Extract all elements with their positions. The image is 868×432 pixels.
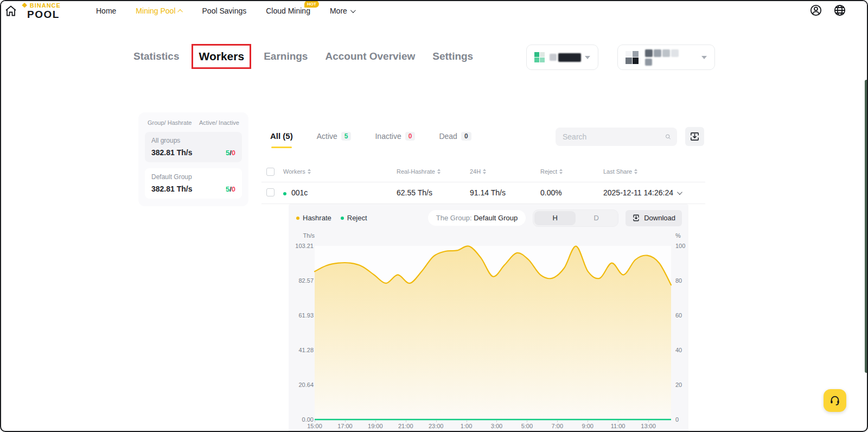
last-share-cell[interactable]: 2025-12-11 14:26:24 <box>603 188 681 197</box>
online-status-dot <box>283 192 286 195</box>
active-col-header: Active/ Inactive <box>199 119 239 126</box>
time-range-toggle: H D <box>533 209 618 227</box>
export-workers-button[interactable] <box>685 127 704 146</box>
table-divider <box>261 182 705 182</box>
group-hashrate: 382.81 Th/s <box>151 185 193 193</box>
sort-icon <box>437 169 441 174</box>
legend-hashrate[interactable]: Hashrate <box>296 214 331 222</box>
x-axis-tick-mark <box>345 420 346 422</box>
main-nav: Home Mining Pool Pool Savings Cloud Mini… <box>96 1 354 21</box>
filter-tab-active[interactable]: Active5 <box>317 132 352 141</box>
reject-cell: 0.00% <box>540 188 562 197</box>
customer-support-button[interactable] <box>824 389 846 412</box>
x-axis-tick: 21:00 <box>398 423 413 429</box>
logo-text-binance: BINANCE <box>30 3 61 9</box>
dropdown-caret-icon <box>701 56 707 59</box>
x-axis-tick: 11:00 <box>611 423 626 429</box>
x-axis-tick: 1:00 <box>461 423 472 429</box>
column-last-share[interactable]: Last Share <box>603 168 637 175</box>
tab-settings[interactable]: Settings <box>432 50 473 62</box>
left-axis-unit: Th/s <box>291 232 315 239</box>
groups-sidebar: Group/ Hashrate Active/ Inactive All gro… <box>138 112 248 206</box>
y-left-tick: 20.64 <box>290 382 314 388</box>
range-day-button[interactable]: D <box>576 211 617 225</box>
binance-pool-logo[interactable]: ❖BINANCE POOL <box>22 2 61 20</box>
search-icon[interactable] <box>665 132 671 142</box>
nav-cloud-mining[interactable]: Cloud MiningHOT <box>266 7 310 15</box>
x-axis-tick-mark <box>467 420 467 422</box>
column-real-hashrate[interactable]: Real-Hashrate <box>397 168 441 175</box>
redacted-coin-name <box>550 53 581 62</box>
x-axis-tick: 7:00 <box>552 423 563 429</box>
binance-pool-workers-page: ❖BINANCE POOL Home Mining Pool Pool Savi… <box>0 0 868 432</box>
sort-icon <box>483 169 486 174</box>
x-axis-tick-mark <box>375 420 376 422</box>
nav-more[interactable]: More <box>330 7 354 15</box>
coin-selector-dropdown[interactable] <box>526 45 598 70</box>
chevron-down-icon <box>677 189 682 195</box>
group-card-default-group[interactable]: Default Group 382.81 Th/s 5/0 <box>145 168 242 199</box>
x-axis-tick-mark <box>618 420 618 422</box>
account-selector-dropdown[interactable] <box>617 45 715 70</box>
chevron-up-icon <box>177 9 183 14</box>
nav-pool-savings[interactable]: Pool Savings <box>202 7 247 15</box>
y-right-tick: 100 <box>675 243 685 249</box>
column-24h[interactable]: 24H <box>470 168 486 175</box>
y-right-tick: 0 <box>675 416 679 423</box>
coin-icon <box>534 52 545 62</box>
home-icon[interactable] <box>4 4 17 17</box>
nav-mining-pool[interactable]: Mining Pool <box>136 7 182 15</box>
tab-statistics[interactable]: Statistics <box>133 50 179 62</box>
y-left-tick: 61.93 <box>290 312 314 319</box>
headset-icon <box>829 395 841 406</box>
column-reject[interactable]: Reject <box>540 168 563 175</box>
x-axis-tick-mark <box>588 420 588 422</box>
filter-tab-dead[interactable]: Dead0 <box>439 132 471 141</box>
sort-icon <box>308 169 311 174</box>
x-axis-tick: 19:00 <box>368 423 383 429</box>
x-axis-tick: 23:00 <box>429 423 444 429</box>
tab-account-overview[interactable]: Account Overview <box>325 50 415 62</box>
tab-earnings[interactable]: Earnings <box>264 50 308 62</box>
hot-badge: HOT <box>304 1 319 8</box>
tab-workers[interactable]: Workers <box>196 50 246 63</box>
x-axis-tick-mark <box>557 420 558 422</box>
profile-icon[interactable] <box>809 4 822 17</box>
group-card-all-groups[interactable]: All groups 382.81 Th/s 5/0 <box>145 132 242 162</box>
workers-table-header: Workers Real-Hashrate 24H Reject Last Sh… <box>261 168 705 179</box>
column-workers[interactable]: Workers <box>283 168 311 175</box>
x-axis-tick-mark <box>648 420 649 422</box>
nav-home[interactable]: Home <box>96 7 116 15</box>
x-axis-tick-mark <box>315 420 315 422</box>
y-right-tick: 40 <box>675 347 682 353</box>
legend-reject[interactable]: Reject <box>341 214 367 222</box>
filter-tab-all[interactable]: All (5) <box>270 131 293 141</box>
binance-diamond-icon: ❖ <box>22 2 28 9</box>
worker-search <box>556 128 677 146</box>
chart-download-button[interactable]: Download <box>626 210 682 226</box>
reject-legend-dot <box>341 217 344 220</box>
page-scrollbar[interactable] <box>865 80 868 373</box>
inactive-count-badge: 0 <box>405 132 416 141</box>
top-right-icons <box>809 4 846 17</box>
worker-name-cell: 001c <box>283 188 308 197</box>
x-axis-tick: 3:00 <box>491 423 502 429</box>
select-all-checkbox[interactable] <box>266 168 275 176</box>
chart-plot-area[interactable] <box>315 246 671 420</box>
worker-status-tabs: All (5) Active5 Inactive0 Dead0 <box>270 131 471 141</box>
globe-language-icon[interactable] <box>833 4 846 17</box>
sort-icon <box>634 169 637 174</box>
download-icon <box>632 214 640 222</box>
row-checkbox[interactable] <box>266 188 275 196</box>
range-hour-button[interactable]: H <box>534 211 576 225</box>
top-navigation-bar: ❖BINANCE POOL Home Mining Pool Pool Savi… <box>1 1 867 22</box>
y-right-tick: 60 <box>675 312 682 319</box>
group-active-inactive: 5/0 <box>226 149 235 157</box>
worker-row-001c[interactable]: 001c 62.55 Th/s 91.14 Th/s 0.00% 2025-12… <box>261 186 705 201</box>
group-filter-pill[interactable]: The Group: Default Group <box>428 210 526 226</box>
y-right-tick: 20 <box>675 382 682 388</box>
x-axis-tick-mark <box>496 420 497 422</box>
filter-tab-inactive[interactable]: Inactive0 <box>375 132 415 141</box>
search-input[interactable] <box>556 132 665 141</box>
x-axis-tick-mark <box>436 420 437 422</box>
